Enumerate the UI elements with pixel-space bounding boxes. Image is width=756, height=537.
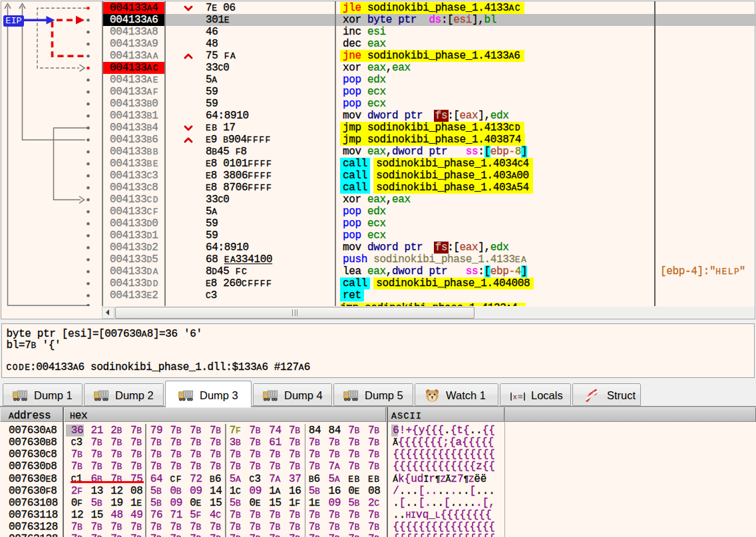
svg-text:x: x [513,393,517,401]
